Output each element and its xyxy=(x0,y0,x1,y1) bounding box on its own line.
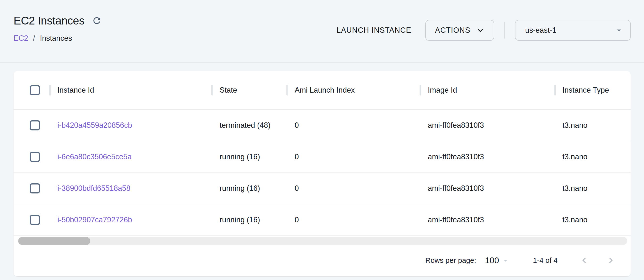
chevron-left-icon xyxy=(579,255,590,266)
page-header: EC2 Instances EC2 / Instances LAUNCH INS… xyxy=(0,0,644,63)
previous-page-button[interactable] xyxy=(578,254,590,266)
rows-per-page-value: 100 xyxy=(485,255,499,265)
refresh-button[interactable] xyxy=(92,16,102,26)
triangle-down-icon xyxy=(502,256,510,265)
row-checkbox[interactable] xyxy=(30,120,40,130)
table-row: i-50b02907ca792726b running (16) 0 ami-f… xyxy=(14,204,631,236)
cell-image-id: ami-ff0fea8310f3 xyxy=(420,152,555,161)
column-header-state[interactable]: State xyxy=(212,86,287,95)
table-header-row: Instance Id State Ami Launch Index Image… xyxy=(14,71,631,110)
toolbar-divider xyxy=(504,22,505,39)
cell-state: running (16) xyxy=(212,152,287,161)
cell-state: running (16) xyxy=(212,215,287,224)
column-header-label: Instance Id xyxy=(58,86,94,94)
cell-ami-launch-index: 0 xyxy=(287,184,420,193)
rows-per-page-label: Rows per page: xyxy=(426,256,476,264)
cell-ami-launch-index: 0 xyxy=(287,152,420,161)
cell-instance-id: i-6e6a80c3506e5ce5a xyxy=(50,152,212,161)
row-checkbox-cell xyxy=(14,152,50,162)
cell-image-id: ami-ff0fea8310f3 xyxy=(420,121,555,130)
table-row: i-6e6a80c3506e5ce5a running (16) 0 ami-f… xyxy=(14,141,631,173)
column-header-label: Image Id xyxy=(428,86,457,94)
cell-image-id: ami-ff0fea8310f3 xyxy=(420,215,555,224)
column-resize-handle[interactable] xyxy=(49,85,51,96)
cell-state: terminated (48) xyxy=(212,121,287,130)
instance-id-link[interactable]: i-b420a4559a20856cb xyxy=(58,121,132,129)
rows-per-page-select[interactable]: 100 xyxy=(485,255,510,265)
page-title: EC2 Instances xyxy=(14,14,84,27)
row-checkbox[interactable] xyxy=(30,215,40,225)
cell-instance-type: t3.nano xyxy=(555,184,631,193)
breadcrumb-link-ec2[interactable]: EC2 xyxy=(14,34,28,43)
column-header-instance-type[interactable]: Instance Type xyxy=(555,86,631,95)
next-page-button[interactable] xyxy=(605,254,617,266)
horizontal-scrollbar-track[interactable] xyxy=(18,237,627,245)
breadcrumb-separator: / xyxy=(33,34,35,43)
cell-instance-id: i-50b02907ca792726b xyxy=(50,215,212,224)
chevron-right-icon xyxy=(605,255,616,266)
region-select[interactable]: us-east-1 xyxy=(515,20,631,41)
cell-image-id: ami-ff0fea8310f3 xyxy=(420,184,555,193)
instance-id-link[interactable]: i-50b02907ca792726b xyxy=(58,215,132,224)
select-all-checkbox[interactable] xyxy=(30,85,40,95)
horizontal-scrollbar-thumb[interactable] xyxy=(18,237,90,245)
instance-id-link[interactable]: i-6e6a80c3506e5ce5a xyxy=(58,152,132,161)
instance-id-link[interactable]: i-38900bdfd65518a58 xyxy=(58,184,130,192)
column-header-image-id[interactable]: Image Id xyxy=(420,86,555,95)
column-resize-handle[interactable] xyxy=(554,85,556,96)
launch-instance-button[interactable]: LAUNCH INSTANCE xyxy=(336,26,411,35)
cell-instance-id: i-38900bdfd65518a58 xyxy=(50,184,212,193)
table-row: i-b420a4559a20856cb terminated (48) 0 am… xyxy=(14,110,631,141)
column-header-label: Instance Type xyxy=(562,86,609,94)
pagination-range-label: 1-4 of 4 xyxy=(533,256,558,264)
column-resize-handle[interactable] xyxy=(211,85,213,96)
breadcrumb-current: Instances xyxy=(40,34,72,43)
actions-button-label: ACTIONS xyxy=(435,26,470,35)
row-checkbox-cell xyxy=(14,215,50,225)
instances-table-card: Instance Id State Ami Launch Index Image… xyxy=(14,71,631,276)
row-checkbox-cell xyxy=(14,120,50,130)
column-header-label: State xyxy=(220,86,237,94)
pagination-bar: Rows per page: 100 1-4 of 4 xyxy=(14,245,631,276)
refresh-icon xyxy=(92,16,102,26)
column-resize-handle[interactable] xyxy=(286,85,288,96)
actions-button[interactable]: ACTIONS xyxy=(426,20,494,41)
cell-instance-type: t3.nano xyxy=(555,152,631,161)
cell-ami-launch-index: 0 xyxy=(287,215,420,224)
column-resize-handle[interactable] xyxy=(420,85,421,96)
triangle-down-icon xyxy=(614,26,624,35)
table-header-checkbox-cell xyxy=(14,85,50,95)
header-actions: LAUNCH INSTANCE ACTIONS us-east-1 xyxy=(336,20,631,41)
row-checkbox[interactable] xyxy=(30,152,40,162)
table-row: i-38900bdfd65518a58 running (16) 0 ami-f… xyxy=(14,173,631,204)
row-checkbox[interactable] xyxy=(30,183,40,193)
cell-instance-id: i-b420a4559a20856cb xyxy=(50,121,212,130)
row-checkbox-cell xyxy=(14,183,50,193)
column-header-label: Ami Launch Index xyxy=(295,86,355,94)
region-select-value: us-east-1 xyxy=(525,26,556,35)
cell-instance-type: t3.nano xyxy=(555,121,631,130)
chevron-down-icon xyxy=(476,26,484,35)
cell-state: running (16) xyxy=(212,184,287,193)
cell-ami-launch-index: 0 xyxy=(287,121,420,130)
column-header-ami-launch-index[interactable]: Ami Launch Index xyxy=(287,86,420,95)
cell-instance-type: t3.nano xyxy=(555,215,631,224)
column-header-instance-id[interactable]: Instance Id xyxy=(50,86,212,95)
